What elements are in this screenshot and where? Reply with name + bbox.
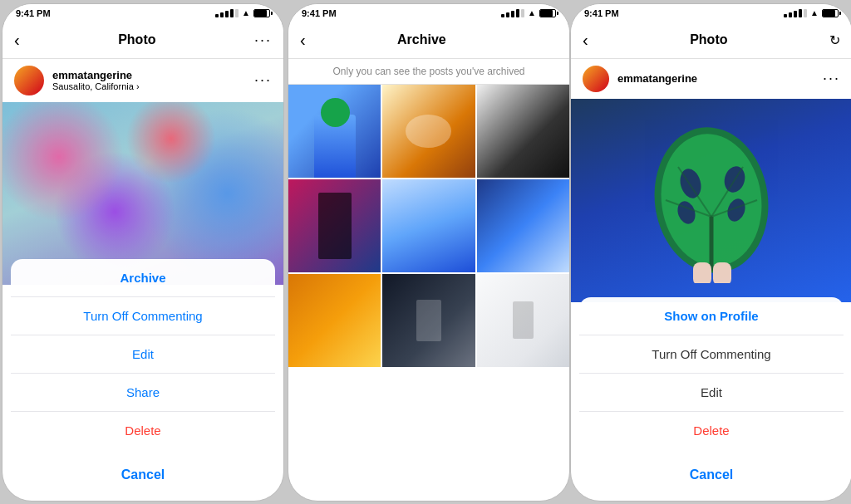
action-delete-3[interactable]: Delete (579, 412, 844, 449)
svg-rect-11 (693, 262, 711, 283)
status-icons-2: ▲ (501, 8, 556, 17)
user-row-1: emmatangerine Sausalito, California › ··… (2, 59, 283, 102)
grid-cell-9[interactable] (477, 274, 569, 367)
photo-area-3 (571, 99, 851, 302)
action-edit-3[interactable]: Edit (579, 374, 844, 412)
back-button-1[interactable]: ‹ (14, 31, 20, 50)
action-sheet-card-3: Show on Profile Turn Off Commenting Edit… (579, 297, 844, 449)
post-more-3[interactable]: ··· (823, 70, 840, 87)
battery-icon-2 (539, 9, 556, 17)
phone-2: 9:41 PM ▲ ‹ Archive Only you can see the… (288, 3, 570, 502)
battery-icon-1 (253, 9, 270, 17)
signal-icon-3 (784, 9, 807, 17)
action-sheet-1: Archive Turn Off Commenting Edit Share D… (2, 259, 283, 501)
grid-cell-7[interactable] (288, 274, 381, 367)
username-3: emmatangerine (617, 72, 697, 85)
action-show-on-profile[interactable]: Show on Profile (579, 297, 844, 335)
action-delete-1[interactable]: Delete (11, 412, 275, 449)
grid-cell-3[interactable] (477, 85, 569, 178)
archive-grid (288, 85, 569, 367)
action-share-1[interactable]: Share (11, 374, 275, 412)
phone-3: 9:41 PM ▲ ‹ Photo ↻ emmatangerine ··· (570, 3, 851, 502)
app-header-2: ‹ Archive (288, 22, 569, 59)
refresh-button-3[interactable]: ↻ (829, 32, 840, 48)
signal-icon-1 (215, 9, 239, 17)
page-title-1: Photo (118, 32, 155, 47)
wifi-icon-2: ▲ (528, 8, 536, 17)
user-row-3: emmatangerine ··· (571, 59, 851, 99)
grid-cell-8[interactable] (382, 274, 475, 367)
action-turn-off-commenting-3[interactable]: Turn Off Commenting (579, 335, 844, 374)
location-1: Sausalito, California › (52, 81, 140, 91)
username-1: emmatangerine (52, 69, 140, 81)
photo-overlay-1 (2, 102, 283, 285)
archive-notice: Only you can see the posts you've archiv… (288, 59, 569, 85)
action-archive[interactable]: Archive (11, 259, 275, 297)
app-header-1: ‹ Photo ··· (2, 22, 283, 59)
svg-rect-12 (713, 262, 731, 283)
avatar-3 (583, 66, 609, 92)
battery-icon-3 (822, 9, 839, 17)
more-button-1[interactable]: ··· (254, 32, 272, 49)
photo-area-1 (2, 102, 283, 285)
status-bar-2: 9:41 PM ▲ (288, 4, 569, 22)
status-bar-3: 9:41 PM ▲ (571, 4, 851, 22)
page-title-2: Archive (397, 32, 446, 47)
grid-cell-1[interactable] (288, 85, 381, 178)
grid-cell-2[interactable] (382, 85, 475, 178)
status-icons-3: ▲ (784, 8, 839, 17)
action-sheet-card-1: Archive Turn Off Commenting Edit Share D… (11, 259, 275, 449)
leaf-image (645, 117, 778, 283)
back-button-3[interactable]: ‹ (583, 31, 588, 50)
status-icons-1: ▲ (215, 8, 270, 17)
user-info-3: emmatangerine (617, 72, 697, 85)
archive-notice-text: Only you can see the posts you've archiv… (332, 66, 524, 77)
status-time-3: 9:41 PM (584, 8, 619, 18)
post-more-1[interactable]: ··· (254, 71, 272, 89)
action-sheet-3: Show on Profile Turn Off Commenting Edit… (571, 297, 851, 501)
avatar-1 (14, 66, 44, 95)
app-header-3: ‹ Photo ↻ (571, 22, 851, 59)
status-time-2: 9:41 PM (302, 8, 337, 18)
user-info-1: emmatangerine Sausalito, California › (52, 69, 140, 91)
cancel-button-1[interactable]: Cancel (11, 456, 275, 494)
action-edit-1[interactable]: Edit (11, 335, 275, 374)
wifi-icon-1: ▲ (242, 8, 250, 17)
grid-cell-6[interactable] (477, 179, 569, 272)
grid-cell-5[interactable] (382, 179, 475, 272)
signal-icon-2 (501, 9, 524, 17)
status-time-1: 9:41 PM (16, 8, 51, 18)
page-title-3: Photo (690, 32, 727, 47)
wifi-icon-3: ▲ (810, 8, 819, 17)
status-bar-1: 9:41 PM ▲ (2, 4, 283, 22)
phone-1: 9:41 PM ▲ ‹ Photo ··· emmatangerine Saus… (2, 3, 284, 502)
cancel-button-3[interactable]: Cancel (579, 456, 844, 494)
grid-cell-4[interactable] (288, 179, 381, 272)
back-button-2[interactable]: ‹ (300, 31, 306, 50)
action-turn-off-commenting-1[interactable]: Turn Off Commenting (11, 297, 275, 335)
